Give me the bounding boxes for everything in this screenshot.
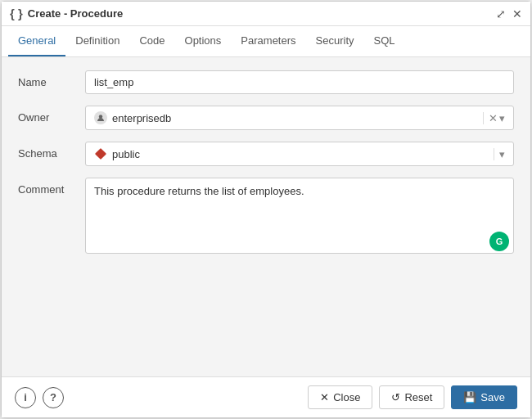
title-actions: ⤢ ✕ [496,7,522,20]
owner-row: Owner enterprisedb ✕ ▾ [18,106,514,130]
schema-select[interactable]: public ▾ [85,142,514,166]
footer-right: ✕ Close ↺ Reset 💾 Save [308,385,517,409]
comment-label: Comment [18,178,75,196]
comment-control: This procedure returns the list of emplo… [85,178,514,256]
schema-select-actions: ▾ [494,148,505,160]
close-icon[interactable]: ✕ [512,7,522,20]
reset-icon: ↺ [391,391,400,403]
footer: i ? ✕ Close ↺ Reset 💾 Save [2,376,530,417]
schema-chevron-icon[interactable]: ▾ [499,148,505,160]
save-button[interactable]: 💾 Save [451,385,517,409]
help-icon: ? [50,391,56,403]
tab-options[interactable]: Options [175,26,232,56]
procedure-icon: { } [10,7,23,20]
form-content: Name Owner enterprisedb ✕ ▾ [2,57,530,376]
close-label: Close [333,391,360,403]
save-label: Save [480,391,505,403]
comment-textarea[interactable]: This procedure returns the list of emplo… [85,178,514,254]
tab-definition[interactable]: Definition [65,26,129,56]
schema-select-inner: public [94,147,494,160]
tab-security[interactable]: Security [306,26,364,56]
schema-icon [94,147,107,160]
schema-value: public [112,148,140,160]
owner-value: enterprisedb [112,112,171,124]
comment-row: Comment This procedure returns the list … [18,178,514,256]
info-button[interactable]: i [15,387,36,408]
close-x-icon: ✕ [320,391,329,403]
tab-bar: General Definition Code Options Paramete… [2,26,530,57]
owner-clear-icon[interactable]: ✕ [489,112,498,124]
name-control [85,70,514,94]
close-button[interactable]: ✕ Close [308,385,372,409]
owner-select-actions: ✕ ▾ [483,112,505,124]
owner-select-inner: enterprisedb [94,111,483,124]
title-bar: { } Create - Procedure ⤢ ✕ [2,2,530,26]
create-procedure-dialog: { } Create - Procedure ⤢ ✕ General Defin… [1,1,531,418]
save-icon: 💾 [463,391,476,403]
footer-left: i ? [15,387,64,408]
owner-label: Owner [18,106,75,124]
owner-select[interactable]: enterprisedb ✕ ▾ [85,106,514,130]
tab-parameters[interactable]: Parameters [231,26,305,56]
schema-control: public ▾ [85,142,514,166]
reset-label: Reset [404,391,432,403]
tab-general[interactable]: General [8,26,65,56]
title-left: { } Create - Procedure [10,7,123,20]
schema-row: Schema public ▾ [18,142,514,166]
grammarly-button[interactable]: G [489,232,509,251]
owner-chevron-icon[interactable]: ▾ [499,112,505,124]
schema-label: Schema [18,142,75,160]
dialog-title: Create - Procedure [28,7,123,20]
reset-button[interactable]: ↺ Reset [379,385,444,409]
owner-control: enterprisedb ✕ ▾ [85,106,514,130]
tab-sql[interactable]: SQL [364,26,405,56]
tab-code[interactable]: Code [129,26,174,56]
name-label: Name [18,70,75,88]
grammarly-icon: G [496,237,503,246]
name-row: Name [18,70,514,94]
name-input[interactable] [85,70,514,94]
owner-icon [94,111,107,124]
help-button[interactable]: ? [43,387,64,408]
info-icon: i [24,391,27,403]
expand-icon[interactable]: ⤢ [496,7,506,20]
